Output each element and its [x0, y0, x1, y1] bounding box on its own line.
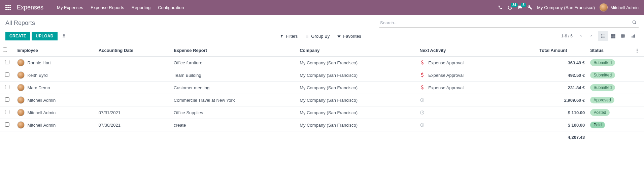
- control-panel: All Reports CREATE UPLOAD Filters Group …: [0, 15, 644, 44]
- svg-rect-29: [632, 36, 632, 38]
- expense-report-name: Customer meeting: [171, 82, 297, 94]
- row-checkbox[interactable]: [5, 85, 9, 89]
- view-kanban-icon[interactable]: [608, 31, 618, 41]
- view-switcher: [598, 31, 639, 41]
- expense-report-name: create: [171, 119, 297, 131]
- company: My Company (San Francisco): [297, 106, 417, 119]
- employee-avatar-icon: [17, 71, 25, 79]
- view-pivot-icon[interactable]: [618, 31, 628, 41]
- status-badge: Paid: [590, 122, 605, 128]
- company-selector[interactable]: My Company (San Francisco): [537, 5, 595, 10]
- svg-point-19: [601, 37, 602, 37]
- row-checkbox[interactable]: [5, 97, 9, 102]
- header-next-activity[interactable]: Next Activity: [417, 44, 537, 57]
- pager-next-icon[interactable]: [587, 32, 595, 40]
- status-badge: Approved: [590, 97, 614, 103]
- svg-rect-8: [9, 9, 11, 10]
- pager[interactable]: 1-6 / 6: [561, 34, 573, 38]
- menu-my-expenses[interactable]: My Expenses: [57, 5, 83, 10]
- svg-rect-6: [5, 9, 7, 10]
- table-row[interactable]: Ronnie HartOffice furnitureMy Company (S…: [0, 57, 644, 69]
- svg-rect-4: [7, 7, 9, 8]
- employee-avatar-icon: [17, 84, 25, 91]
- employee-name: Marc Demo: [27, 85, 50, 90]
- user-menu[interactable]: Mitchell Admin: [600, 3, 639, 11]
- menu-reporting[interactable]: Reporting: [132, 5, 150, 10]
- debug-icon[interactable]: [528, 5, 532, 10]
- company: My Company (San Francisco): [297, 94, 417, 106]
- search-input[interactable]: [379, 19, 630, 27]
- activity-icon[interactable]: [419, 123, 425, 127]
- select-all-checkbox[interactable]: [3, 48, 7, 52]
- table-row[interactable]: Mitchell Admin07/31/2021Office SuppliesM…: [0, 106, 644, 119]
- chat-badge: 5: [521, 3, 526, 7]
- table-row[interactable]: Mitchell AdminCommercial Travel at New Y…: [0, 94, 644, 106]
- phone-icon[interactable]: [498, 5, 503, 10]
- timer-icon[interactable]: 34: [507, 5, 513, 10]
- main-menu: My Expenses Expense Reports Reporting Co…: [57, 5, 184, 10]
- activity-icon[interactable]: [419, 98, 425, 102]
- svg-point-10: [633, 21, 635, 23]
- upload-button[interactable]: UPLOAD: [32, 32, 57, 40]
- svg-rect-7: [7, 9, 9, 10]
- header-employee[interactable]: Employee: [14, 44, 96, 57]
- svg-rect-21: [613, 34, 615, 36]
- view-graph-icon[interactable]: [628, 31, 638, 41]
- activity-text: Expense Approval: [428, 85, 464, 90]
- row-checkbox[interactable]: [5, 72, 9, 77]
- filters-button[interactable]: Filters: [280, 34, 298, 39]
- svg-rect-23: [613, 36, 615, 38]
- accounting-date: [96, 69, 171, 82]
- activity-text: Expense Approval: [428, 73, 464, 78]
- row-checkbox[interactable]: [5, 110, 9, 114]
- total-amount: 363.49 €: [537, 57, 587, 69]
- employee-avatar-icon: [17, 96, 25, 104]
- header-expense-report[interactable]: Expense Report: [171, 44, 297, 57]
- group-by-button[interactable]: Group By: [305, 34, 330, 39]
- search-box[interactable]: [379, 18, 639, 28]
- filters-label: Filters: [286, 34, 298, 39]
- table-row[interactable]: Mitchell Admin07/30/2021createMy Company…: [0, 119, 644, 131]
- header-company[interactable]: Company: [297, 44, 417, 57]
- activity-icon[interactable]: [419, 72, 425, 78]
- table-row[interactable]: Keith ByrdTeam BuildingMy Company (San F…: [0, 69, 644, 82]
- svg-rect-3: [5, 7, 7, 8]
- pager-prev-icon[interactable]: [577, 32, 585, 40]
- company: My Company (San Francisco): [297, 69, 417, 82]
- header-accounting-date[interactable]: Accounting Date: [96, 44, 171, 57]
- create-button[interactable]: CREATE: [5, 32, 30, 40]
- app-brand[interactable]: Expenses: [17, 4, 43, 11]
- list-view: Employee Accounting Date Expense Report …: [0, 44, 644, 143]
- menu-configuration[interactable]: Configuration: [158, 5, 184, 10]
- header-status[interactable]: Status: [587, 44, 632, 57]
- employee-name: Mitchell Admin: [27, 98, 56, 103]
- footer-total: 4,207.43: [537, 131, 587, 144]
- menu-expense-reports[interactable]: Expense Reports: [91, 5, 124, 10]
- view-list-icon[interactable]: [598, 31, 608, 41]
- upload-file-icon[interactable]: [62, 33, 66, 39]
- chat-icon[interactable]: 5: [517, 5, 523, 10]
- header-row: Employee Accounting Date Expense Report …: [0, 44, 644, 57]
- favorites-button[interactable]: Favorites: [337, 34, 361, 39]
- breadcrumb-title: All Reports: [5, 20, 35, 27]
- header-total-amount[interactable]: Total Amount: [537, 44, 587, 57]
- svg-rect-31: [634, 34, 635, 37]
- svg-rect-5: [9, 7, 11, 8]
- activity-icon[interactable]: [419, 110, 425, 115]
- accounting-date: [96, 57, 171, 69]
- activity-icon[interactable]: [419, 60, 425, 65]
- apps-icon[interactable]: [5, 5, 11, 10]
- search-icon[interactable]: [630, 20, 639, 26]
- column-options-icon[interactable]: ⋮: [632, 44, 644, 57]
- activity-icon[interactable]: [419, 85, 425, 90]
- timer-badge: 34: [511, 3, 518, 7]
- svg-point-18: [601, 36, 602, 36]
- row-checkbox[interactable]: [5, 122, 9, 127]
- total-amount: $ 110.00: [537, 106, 587, 119]
- row-checkbox[interactable]: [5, 60, 9, 64]
- employee-avatar-icon: [17, 121, 25, 129]
- svg-rect-1: [7, 5, 9, 6]
- user-name: Mitchell Admin: [610, 5, 639, 10]
- svg-rect-0: [5, 5, 7, 6]
- table-row[interactable]: Marc DemoCustomer meetingMy Company (San…: [0, 82, 644, 94]
